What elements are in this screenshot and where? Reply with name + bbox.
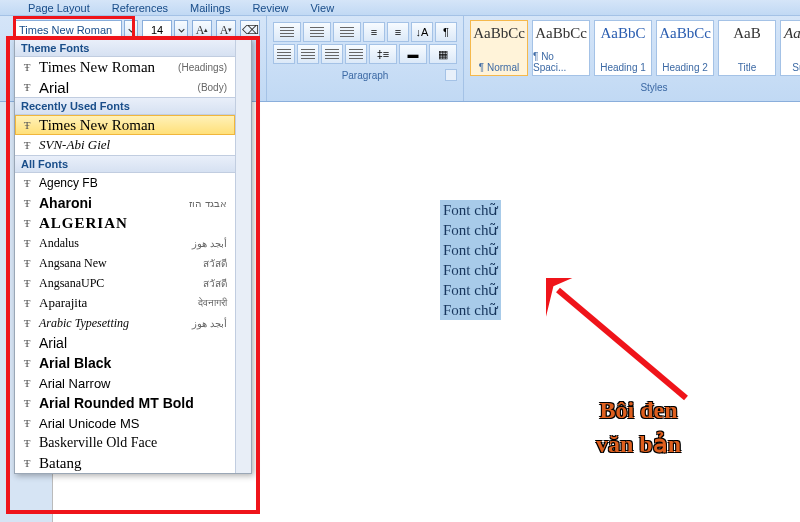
font-option-name: Aparajita: [35, 295, 198, 311]
truetype-icon: Ŧ: [19, 377, 35, 389]
font-option-name: Agency FB: [35, 176, 227, 190]
font-option[interactable]: ŦALGERIAN: [15, 213, 235, 233]
menu-bar: Page Layout References Mailings Review V…: [0, 0, 800, 16]
font-option[interactable]: ŦAngsana Newสวัสดี: [15, 253, 235, 273]
align-left-button[interactable]: [273, 44, 295, 64]
style-tile-subtitle[interactable]: AaBbCcSubtitle: [780, 20, 800, 76]
menu-mailings[interactable]: Mailings: [190, 2, 230, 14]
indent-icon: ≡: [395, 26, 401, 38]
font-size-dropdown-arrow[interactable]: [174, 20, 188, 40]
align-right-icon: [325, 49, 339, 59]
style-tile-title[interactable]: AaBTitle: [718, 20, 776, 76]
eraser-icon: ⌫: [242, 23, 259, 37]
dropdown-scrollbar[interactable]: [235, 39, 251, 473]
font-name-dropdown-arrow[interactable]: [124, 20, 138, 40]
truetype-icon: Ŧ: [19, 217, 35, 229]
line-spacing-button[interactable]: ‡≡: [369, 44, 397, 64]
truetype-icon: Ŧ: [19, 257, 35, 269]
truetype-icon: Ŧ: [19, 417, 35, 429]
align-left-icon: [277, 49, 291, 59]
borders-button[interactable]: ▦: [429, 44, 457, 64]
font-option-tag: אבגד הוז: [189, 198, 227, 209]
borders-icon: ▦: [438, 48, 448, 61]
font-option[interactable]: ŦArial(Body): [15, 77, 235, 97]
font-name-combo[interactable]: Times New Roman: [14, 20, 122, 40]
style-name: Heading 1: [600, 62, 646, 73]
paragraph-dialog-launcher[interactable]: [445, 69, 457, 81]
font-option[interactable]: ŦAgency FB: [15, 173, 235, 193]
menu-references[interactable]: References: [112, 2, 168, 14]
show-marks-button[interactable]: ¶: [435, 22, 457, 42]
font-option[interactable]: ŦTimes New Roman(Headings): [15, 57, 235, 77]
font-option[interactable]: ŦAndalusأبجد هوز: [15, 233, 235, 253]
font-option[interactable]: ŦArial Rounded MT Bold: [15, 393, 235, 413]
font-option-name: Baskerville Old Face: [35, 435, 227, 451]
chevron-down-icon: [178, 27, 185, 34]
style-tile---normal[interactable]: AaBbCc¶ Normal: [470, 20, 528, 76]
font-option[interactable]: ŦAparajitaदेवनागरी: [15, 293, 235, 313]
style-tile-heading-2[interactable]: AaBbCcHeading 2: [656, 20, 714, 76]
numbering-button[interactable]: [303, 22, 331, 42]
font-option[interactable]: ŦBaskerville Old Face: [15, 433, 235, 453]
multilevel-list-button[interactable]: [333, 22, 361, 42]
shading-button[interactable]: ▬: [399, 44, 427, 64]
font-dropdown-panel: Theme FontsŦTimes New Roman(Headings)ŦAr…: [14, 38, 252, 474]
align-center-button[interactable]: [297, 44, 319, 64]
truetype-icon: Ŧ: [19, 81, 35, 93]
font-option-name: ALGERIAN: [35, 215, 227, 232]
font-option-tag: สวัสดี: [203, 276, 227, 291]
style-sample: AaBbCc: [535, 25, 587, 42]
menu-view[interactable]: View: [310, 2, 334, 14]
style-tile-heading-1[interactable]: AaBbCHeading 1: [594, 20, 652, 76]
style-sample: AaBbCc: [473, 25, 525, 42]
font-option-name: SVN-Abi Giel: [35, 137, 227, 153]
font-option[interactable]: ŦArial Narrow: [15, 373, 235, 393]
font-option[interactable]: ŦArial Black: [15, 353, 235, 373]
font-option[interactable]: ŦArial: [15, 333, 235, 353]
style-name: ¶ Normal: [479, 62, 519, 73]
align-center-icon: [301, 49, 315, 59]
font-option[interactable]: ŦSVN-Abi Giel: [15, 135, 235, 155]
bullets-icon: [280, 27, 294, 37]
style-sample: AaBbCc: [784, 25, 800, 42]
bullets-button[interactable]: [273, 22, 301, 42]
font-option-tag: أبجد هوز: [192, 238, 227, 249]
selected-text-block[interactable]: Font chữFont chữFont chữFont chữFont chữ…: [440, 200, 501, 320]
font-option-name: Times New Roman: [35, 59, 178, 76]
grow-font-button[interactable]: A▴: [192, 20, 212, 40]
sort-button[interactable]: ↓A: [411, 22, 433, 42]
truetype-icon: Ŧ: [19, 317, 35, 329]
font-option-name: Arabic Typesetting: [35, 316, 192, 331]
style-sample: AaBbCc: [659, 25, 711, 42]
truetype-icon: Ŧ: [19, 237, 35, 249]
align-right-button[interactable]: [321, 44, 343, 64]
font-option[interactable]: ŦBatang: [15, 453, 235, 473]
menu-review[interactable]: Review: [252, 2, 288, 14]
sort-icon: ↓A: [416, 26, 429, 38]
truetype-icon: Ŧ: [19, 139, 35, 151]
chevron-down-icon: [128, 27, 135, 34]
shrink-font-button[interactable]: A▾: [216, 20, 236, 40]
truetype-icon: Ŧ: [19, 119, 35, 131]
font-option[interactable]: ŦArabic Typesettingأبجد هوز: [15, 313, 235, 333]
selected-line: Font chữ: [440, 220, 501, 240]
menu-page-layout[interactable]: Page Layout: [28, 2, 90, 14]
justify-button[interactable]: [345, 44, 367, 64]
font-size-combo[interactable]: [142, 20, 172, 40]
font-option[interactable]: ŦAharoniאבגד הוז: [15, 193, 235, 213]
selected-line: Font chữ: [440, 200, 501, 220]
selected-line: Font chữ: [440, 260, 501, 280]
increase-indent-button[interactable]: ≡: [387, 22, 409, 42]
decrease-indent-button[interactable]: ≡: [363, 22, 385, 42]
font-option[interactable]: ŦTimes New Roman: [15, 115, 235, 135]
multilevel-icon: [340, 27, 354, 37]
truetype-icon: Ŧ: [19, 297, 35, 309]
font-option-name: Batang: [35, 455, 227, 472]
font-option[interactable]: ŦAngsanaUPCสวัสดี: [15, 273, 235, 293]
font-option[interactable]: ŦArial Unicode MS: [15, 413, 235, 433]
style-sample: AaBbC: [601, 25, 646, 42]
clear-formatting-button[interactable]: ⌫: [240, 20, 260, 40]
truetype-icon: Ŧ: [19, 357, 35, 369]
font-option-name: Arial Rounded MT Bold: [35, 395, 227, 411]
style-tile---no-spaci---[interactable]: AaBbCc¶ No Spaci...: [532, 20, 590, 76]
